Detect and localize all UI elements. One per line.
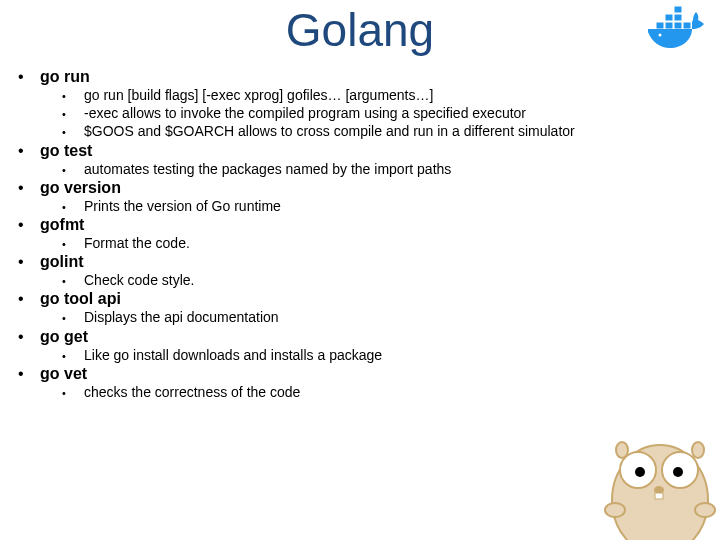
command-title: go version xyxy=(40,179,121,197)
command-detail-list: •Like go install downloads and installs … xyxy=(18,346,702,364)
command-title: go get xyxy=(40,328,88,346)
command-title: golint xyxy=(40,253,84,271)
command-detail-list: •Format the code. xyxy=(18,234,702,252)
bullet-icon: • xyxy=(62,349,84,363)
command-detail-item: •-exec allows to invoke the compiled pro… xyxy=(62,104,702,122)
command-detail-text: Displays the api documentation xyxy=(84,308,279,326)
bullet-icon: • xyxy=(18,142,40,160)
svg-point-17 xyxy=(605,503,625,517)
command-section: •go tool api•Displays the api documentat… xyxy=(18,290,702,326)
command-detail-list: •automates testing the packages named by… xyxy=(18,160,702,178)
bullet-icon: • xyxy=(62,89,84,103)
command-detail-list: •checks the correctness of the code xyxy=(18,383,702,401)
command-title: go vet xyxy=(40,365,87,383)
bullet-icon: • xyxy=(18,179,40,197)
command-detail-item: •Prints the version of Go runtime xyxy=(62,197,702,215)
command-detail-text: checks the correctness of the code xyxy=(84,383,300,401)
command-detail-item: •Like go install downloads and installs … xyxy=(62,346,702,364)
command-list: •go run•go run [build flags] [-exec xpro… xyxy=(18,68,702,401)
svg-rect-6 xyxy=(683,22,691,29)
command-detail-text: Check code style. xyxy=(84,271,195,289)
command-section: •go test•automates testing the packages … xyxy=(18,142,702,178)
command-title: go run xyxy=(40,68,90,86)
command-detail-text: automates testing the packages named by … xyxy=(84,160,451,178)
svg-point-7 xyxy=(659,34,662,37)
command-section: •go run•go run [build flags] [-exec xpro… xyxy=(18,68,702,141)
bullet-icon: • xyxy=(62,163,84,177)
command-detail-text: Like go install downloads and installs a… xyxy=(84,346,382,364)
svg-rect-0 xyxy=(656,22,664,29)
command-title-row: •go tool api xyxy=(18,290,702,308)
svg-rect-1 xyxy=(665,22,673,29)
bullet-icon: • xyxy=(62,107,84,121)
command-section: •golint•Check code style. xyxy=(18,253,702,289)
svg-rect-4 xyxy=(674,14,682,21)
bullet-icon: • xyxy=(62,386,84,400)
bullet-icon: • xyxy=(62,200,84,214)
svg-rect-5 xyxy=(674,6,682,13)
command-title-row: •go vet xyxy=(18,365,702,383)
command-detail-item: •Format the code. xyxy=(62,234,702,252)
command-title-row: •golint xyxy=(18,253,702,271)
command-section: •gofmt•Format the code. xyxy=(18,216,702,252)
command-detail-list: •Displays the api documentation xyxy=(18,308,702,326)
command-detail-item: •automates testing the packages named by… xyxy=(62,160,702,178)
command-title: gofmt xyxy=(40,216,84,234)
bullet-icon: • xyxy=(62,311,84,325)
content-area: •go run•go run [build flags] [-exec xpro… xyxy=(0,60,720,401)
command-section: •go vet•checks the correctness of the co… xyxy=(18,365,702,401)
svg-rect-14 xyxy=(655,493,663,499)
bullet-icon: • xyxy=(62,237,84,251)
gopher-mascot-icon xyxy=(580,410,720,540)
command-detail-list: •Prints the version of Go runtime xyxy=(18,197,702,215)
command-detail-item: •$GOOS and $GOARCH allows to cross compi… xyxy=(62,122,702,140)
title-band: Golang xyxy=(0,0,720,60)
bullet-icon: • xyxy=(18,328,40,346)
command-detail-text: $GOOS and $GOARCH allows to cross compil… xyxy=(84,122,575,140)
command-title-row: •gofmt xyxy=(18,216,702,234)
svg-point-15 xyxy=(616,442,628,458)
command-section: •go version•Prints the version of Go run… xyxy=(18,179,702,215)
command-title-row: •go version xyxy=(18,179,702,197)
bullet-icon: • xyxy=(62,274,84,288)
command-title: go tool api xyxy=(40,290,121,308)
command-detail-text: -exec allows to invoke the compiled prog… xyxy=(84,104,526,122)
command-detail-list: •Check code style. xyxy=(18,271,702,289)
command-section: •go get•Like go install downloads and in… xyxy=(18,328,702,364)
svg-point-12 xyxy=(673,467,683,477)
command-title-row: •go run xyxy=(18,68,702,86)
command-detail-text: Prints the version of Go runtime xyxy=(84,197,281,215)
svg-rect-2 xyxy=(674,22,682,29)
command-title-row: •go test xyxy=(18,142,702,160)
command-detail-text: Format the code. xyxy=(84,234,190,252)
command-detail-item: •checks the correctness of the code xyxy=(62,383,702,401)
bullet-icon: • xyxy=(18,365,40,383)
svg-point-16 xyxy=(692,442,704,458)
command-detail-item: •go run [build flags] [-exec xprog] gofi… xyxy=(62,86,702,104)
bullet-icon: • xyxy=(18,216,40,234)
page-title: Golang xyxy=(286,3,434,57)
command-detail-list: •go run [build flags] [-exec xprog] gofi… xyxy=(18,86,702,141)
command-detail-item: •Check code style. xyxy=(62,271,702,289)
bullet-icon: • xyxy=(18,253,40,271)
docker-whale-icon xyxy=(642,4,710,56)
command-title: go test xyxy=(40,142,92,160)
command-detail-item: •Displays the api documentation xyxy=(62,308,702,326)
svg-point-18 xyxy=(695,503,715,517)
svg-rect-3 xyxy=(665,14,673,21)
bullet-icon: • xyxy=(62,125,84,139)
bullet-icon: • xyxy=(18,68,40,86)
command-detail-text: go run [build flags] [-exec xprog] gofil… xyxy=(84,86,433,104)
svg-point-11 xyxy=(635,467,645,477)
bullet-icon: • xyxy=(18,290,40,308)
command-title-row: •go get xyxy=(18,328,702,346)
